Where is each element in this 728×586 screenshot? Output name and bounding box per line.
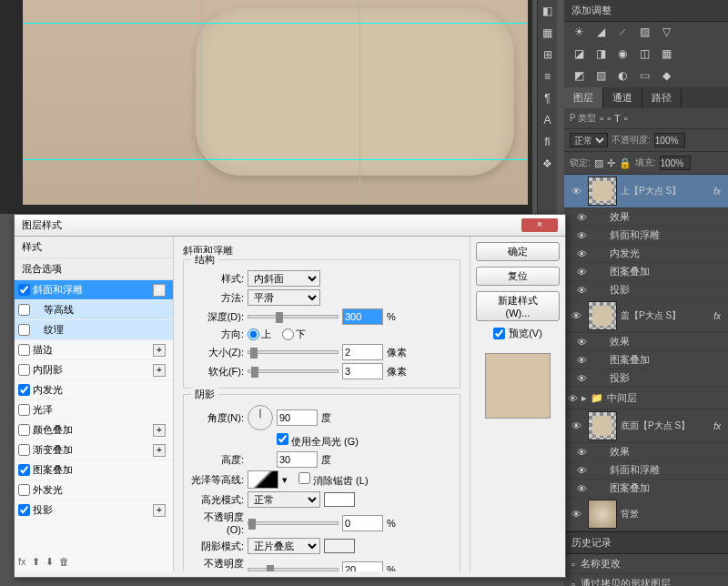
style-checkbox[interactable] — [18, 404, 30, 416]
trash-icon[interactable]: 🗑 — [59, 556, 69, 568]
size-input[interactable] — [342, 344, 383, 360]
style-pattern-overlay[interactable]: 图案叠加 — [15, 460, 173, 480]
history-item[interactable]: ▫名称更改 — [564, 554, 728, 574]
visibility-icon[interactable]: 👁 — [573, 355, 590, 366]
add-icon[interactable]: + — [153, 364, 166, 377]
filter-icon[interactable]: ▫ — [600, 113, 603, 124]
tool-icon[interactable]: ≡ — [538, 66, 557, 87]
style-contour[interactable]: 等高线 — [15, 300, 173, 320]
add-icon[interactable]: + — [153, 424, 166, 437]
visibility-icon[interactable]: 👁 — [573, 337, 590, 348]
bw-icon[interactable]: ◨ — [593, 47, 608, 62]
layer-name[interactable]: 中间层 — [607, 391, 637, 405]
shadow-color-swatch[interactable] — [324, 539, 355, 553]
layer-row[interactable]: 👁 背景 — [564, 498, 728, 531]
threshold-icon[interactable]: ◐ — [615, 69, 630, 84]
style-checkbox[interactable] — [18, 424, 30, 436]
soften-slider[interactable] — [248, 369, 339, 373]
guide-horizontal[interactable] — [23, 159, 528, 160]
global-light-checkbox[interactable]: 使用全局光 (G) — [277, 433, 359, 449]
depth-input[interactable] — [342, 308, 383, 325]
style-checkbox[interactable] — [18, 344, 30, 356]
style-checkbox[interactable] — [18, 384, 30, 396]
style-satin[interactable]: 光泽 — [15, 400, 173, 420]
direction-up-radio[interactable]: 上 — [248, 328, 271, 341]
shadow-mode-select[interactable]: 正片叠底 — [248, 538, 320, 554]
photo-filter-icon[interactable]: ◉ — [615, 47, 630, 62]
visibility-icon[interactable]: 👁 — [568, 420, 584, 431]
layer-row[interactable]: 👁 底面【P大点 S】 fx — [564, 409, 728, 443]
layer-thumb[interactable] — [588, 500, 617, 529]
tool-icon[interactable]: ◧ — [538, 0, 557, 22]
tool-icon[interactable]: A — [538, 109, 557, 131]
lock-icon[interactable]: 🔒 — [619, 157, 632, 169]
technique-select[interactable]: 平滑 — [248, 289, 320, 306]
tool-icon[interactable]: ⊞ — [538, 44, 557, 66]
effect-item[interactable]: 👁图案叠加 — [564, 480, 728, 498]
add-icon[interactable]: + — [153, 284, 166, 297]
document-canvas[interactable] — [23, 0, 528, 205]
posterize-icon[interactable]: ▧ — [593, 69, 608, 84]
layer-name[interactable]: 上【P大点 S】 — [621, 185, 710, 197]
effect-item[interactable]: 👁投影 — [564, 281, 728, 299]
layer-thumb[interactable] — [588, 301, 617, 330]
blend-mode-select[interactable]: 正常 — [570, 133, 608, 147]
filter-icon[interactable]: ▫ — [607, 113, 611, 124]
hue-icon[interactable]: ◪ — [571, 47, 586, 62]
style-drop-shadow[interactable]: 投影+ — [15, 500, 173, 520]
effect-item[interactable]: 👁斜面和浮雕 — [564, 461, 728, 480]
tool-icon[interactable]: ▦ — [538, 22, 557, 44]
style-inner-shadow[interactable]: 内阴影+ — [15, 360, 173, 380]
guide-vertical[interactable] — [359, 0, 360, 205]
visibility-icon[interactable]: 👁 — [573, 248, 590, 259]
visibility-icon[interactable]: 👁 — [573, 267, 590, 278]
new-style-button[interactable]: 新建样式(W)... — [476, 291, 560, 321]
tool-icon[interactable]: fl — [538, 131, 557, 153]
shadow-opacity-input[interactable] — [342, 561, 383, 572]
style-checkbox[interactable] — [18, 304, 30, 316]
style-checkbox[interactable] — [18, 284, 30, 296]
styles-header[interactable]: 样式 — [15, 237, 173, 258]
tab-channels[interactable]: 通道 — [603, 87, 642, 108]
effect-item[interactable]: 👁效果 — [564, 333, 728, 351]
direction-down-radio[interactable]: 下 — [282, 328, 306, 341]
selective-color-icon[interactable]: ◆ — [659, 69, 673, 84]
visibility-icon[interactable]: 👁 — [573, 212, 590, 223]
vibrance-icon[interactable]: ▽ — [659, 25, 673, 40]
depth-slider[interactable] — [248, 315, 339, 318]
folder-toggle-icon[interactable]: ▸ — [581, 392, 587, 404]
tab-paths[interactable]: 路径 — [642, 87, 682, 108]
effect-item[interactable]: 👁内发光 — [564, 245, 728, 263]
style-outer-glow[interactable]: 外发光 — [15, 480, 173, 500]
filter-icon[interactable]: ▫ — [624, 113, 628, 124]
dropdown-icon[interactable]: ▾ — [282, 474, 288, 486]
layer-name[interactable]: 底面【P大点 S】 — [621, 419, 710, 432]
history-item[interactable]: ▫通过拷贝的形状图层 — [564, 574, 728, 586]
visibility-icon[interactable]: 👁 — [573, 483, 590, 494]
style-stroke[interactable]: 描边+ — [15, 340, 173, 360]
shadow-opacity-slider[interactable] — [248, 568, 339, 571]
highlight-mode-select[interactable]: 正常 — [248, 491, 320, 508]
blending-options[interactable]: 混合选项 — [15, 258, 173, 280]
layer-name[interactable]: 盖【P大点 S】 — [621, 309, 710, 322]
tool-icon[interactable]: ¶ — [538, 87, 557, 109]
gradient-map-icon[interactable]: ▭ — [637, 69, 652, 84]
layer-thumb[interactable] — [588, 411, 617, 440]
layer-row[interactable]: 👁 盖【P大点 S】 fx — [564, 299, 728, 333]
ok-button[interactable]: 确定 — [476, 242, 560, 261]
style-checkbox[interactable] — [18, 324, 30, 336]
visibility-icon[interactable]: 👁 — [573, 230, 590, 241]
visibility-icon[interactable]: 👁 — [573, 465, 590, 476]
dialog-titlebar[interactable]: 图层样式 × — [15, 215, 565, 237]
visibility-icon[interactable]: 👁 — [568, 186, 584, 197]
guide-vertical[interactable] — [201, 0, 202, 205]
style-gradient-overlay[interactable]: 渐变叠加+ — [15, 440, 173, 460]
contour-picker[interactable] — [248, 470, 278, 489]
fx-menu-icon[interactable]: fx — [18, 556, 26, 568]
effect-item[interactable]: 👁图案叠加 — [564, 263, 728, 281]
style-texture[interactable]: 纹理 — [15, 320, 173, 340]
effect-item[interactable]: 👁图案叠加 — [564, 351, 728, 369]
add-icon[interactable]: + — [153, 504, 166, 517]
layer-row[interactable]: 👁 上【P大点 S】 fx — [564, 175, 728, 208]
size-slider[interactable] — [248, 350, 339, 354]
